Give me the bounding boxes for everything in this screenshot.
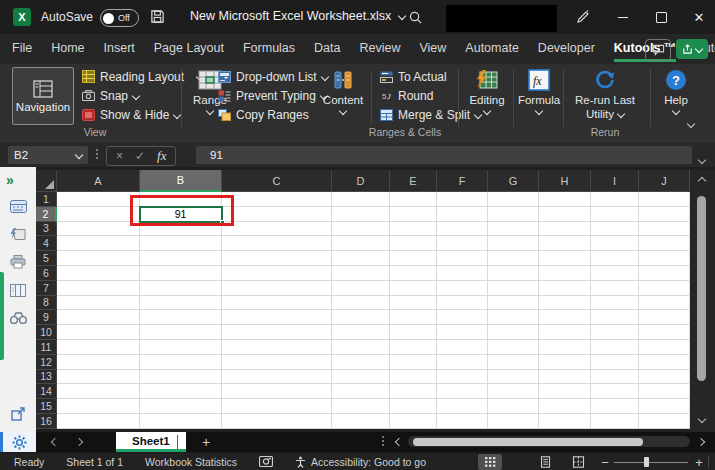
cell-H14[interactable] [539, 384, 591, 399]
menu-tab-formulas[interactable]: Formulas [243, 36, 295, 62]
row-header-7[interactable]: 7 [36, 281, 57, 296]
cell-C14[interactable] [222, 384, 332, 399]
cell-J2[interactable] [639, 207, 690, 222]
prevent-typing-button[interactable]: Prevent Typing [218, 89, 328, 102]
cell-B2[interactable]: 91 [140, 207, 222, 222]
editing-button[interactable]: Editing [464, 68, 510, 114]
cell-D8[interactable] [332, 296, 390, 311]
cell-C1[interactable] [222, 192, 332, 207]
cell-J15[interactable] [639, 399, 690, 414]
cell-B4[interactable] [140, 236, 222, 251]
row-header-15[interactable]: 15 [36, 399, 57, 414]
cell-G5[interactable] [488, 251, 539, 266]
cell-G4[interactable] [488, 236, 539, 251]
cell-A15[interactable] [57, 399, 140, 414]
cell-G8[interactable] [488, 296, 539, 311]
cell-I10[interactable] [591, 325, 639, 340]
advanced-find-pane-button[interactable] [8, 309, 28, 327]
formula-button[interactable]: fx Formula [516, 68, 562, 114]
column-header-F[interactable]: F [437, 170, 488, 192]
cell-B5[interactable] [140, 251, 222, 266]
column-header-A[interactable]: A [57, 170, 140, 192]
cell-F13[interactable] [437, 370, 488, 385]
cell-F16[interactable] [437, 414, 488, 429]
cell-H13[interactable] [539, 370, 591, 385]
cell-C8[interactable] [222, 296, 332, 311]
cell-H8[interactable] [539, 296, 591, 311]
row-header-6[interactable]: 6 [36, 266, 57, 281]
normal-view-button[interactable] [478, 454, 502, 470]
cell-E2[interactable] [390, 207, 437, 222]
column-header-C[interactable]: C [222, 170, 332, 192]
cell-H10[interactable] [539, 325, 591, 340]
cell-A16[interactable] [57, 414, 140, 429]
cell-I9[interactable] [591, 310, 639, 325]
expand-pane-icon[interactable]: » [6, 172, 13, 188]
cell-A4[interactable] [57, 236, 140, 251]
zoom-slider-track[interactable] [614, 462, 688, 464]
column-header-E[interactable]: E [390, 170, 437, 192]
cell-I14[interactable] [591, 384, 639, 399]
scrollbar-splitter[interactable] [382, 436, 384, 446]
cell-E12[interactable] [390, 355, 437, 370]
cell-B12[interactable] [140, 355, 222, 370]
cell-B7[interactable] [140, 281, 222, 296]
cell-F5[interactable] [437, 251, 488, 266]
cell-F8[interactable] [437, 296, 488, 311]
cell-G9[interactable] [488, 310, 539, 325]
cell-J5[interactable] [639, 251, 690, 266]
cell-J10[interactable] [639, 325, 690, 340]
scroll-up-icon[interactable] [698, 177, 706, 185]
row-header-2[interactable]: 2 [36, 207, 57, 222]
show-hide-button[interactable]: Show & Hide [82, 108, 203, 121]
cell-C15[interactable] [222, 399, 332, 414]
rerun-last-utility-button[interactable]: Re-run Last Utility [566, 68, 644, 120]
cell-G14[interactable] [488, 384, 539, 399]
row-header-11[interactable]: 11 [36, 340, 57, 355]
share-pane-button[interactable] [8, 405, 28, 423]
cell-E3[interactable] [390, 222, 437, 237]
cell-J8[interactable] [639, 296, 690, 311]
zoom-slider-handle[interactable] [644, 457, 649, 467]
cell-A11[interactable] [57, 340, 140, 355]
cell-C7[interactable] [222, 281, 332, 296]
column-header-B[interactable]: B [140, 170, 222, 192]
cell-H15[interactable] [539, 399, 591, 414]
autosave-toggle[interactable]: Off [100, 9, 139, 27]
cell-D10[interactable] [332, 325, 390, 340]
menu-tab-view[interactable]: View [419, 36, 446, 62]
workbook-statistics-button[interactable]: Workbook Statistics [145, 456, 237, 468]
cancel-button[interactable]: × [116, 149, 123, 163]
cell-I3[interactable] [591, 222, 639, 237]
cell-E10[interactable] [390, 325, 437, 340]
close-button[interactable]: ✕ [686, 6, 712, 28]
cell-I5[interactable] [591, 251, 639, 266]
kutools-settings-button[interactable] [0, 432, 36, 452]
cell-B15[interactable] [140, 399, 222, 414]
select-all-button[interactable] [36, 170, 57, 192]
collapse-ribbon-button[interactable] [688, 116, 694, 130]
row-header-10[interactable]: 10 [36, 325, 57, 340]
cell-C3[interactable] [222, 222, 332, 237]
cell-C9[interactable] [222, 310, 332, 325]
cell-I15[interactable] [591, 399, 639, 414]
pane-drag-handle[interactable] [0, 272, 4, 360]
cell-F4[interactable] [437, 236, 488, 251]
cell-G12[interactable] [488, 355, 539, 370]
cell-E15[interactable] [390, 399, 437, 414]
cell-C6[interactable] [222, 266, 332, 281]
cell-H6[interactable] [539, 266, 591, 281]
cell-B11[interactable] [140, 340, 222, 355]
menu-tab-home[interactable]: Home [51, 36, 84, 62]
cell-D9[interactable] [332, 310, 390, 325]
cell-H2[interactable] [539, 207, 591, 222]
cell-A2[interactable] [57, 207, 140, 222]
cell-C12[interactable] [222, 355, 332, 370]
cell-B8[interactable] [140, 296, 222, 311]
cell-J1[interactable] [639, 192, 690, 207]
cell-J11[interactable] [639, 340, 690, 355]
cell-A1[interactable] [57, 192, 140, 207]
help-button[interactable]: ? Help [656, 68, 696, 114]
accessibility-status[interactable]: Accessibility: Good to go [295, 456, 426, 468]
cell-B9[interactable] [140, 310, 222, 325]
